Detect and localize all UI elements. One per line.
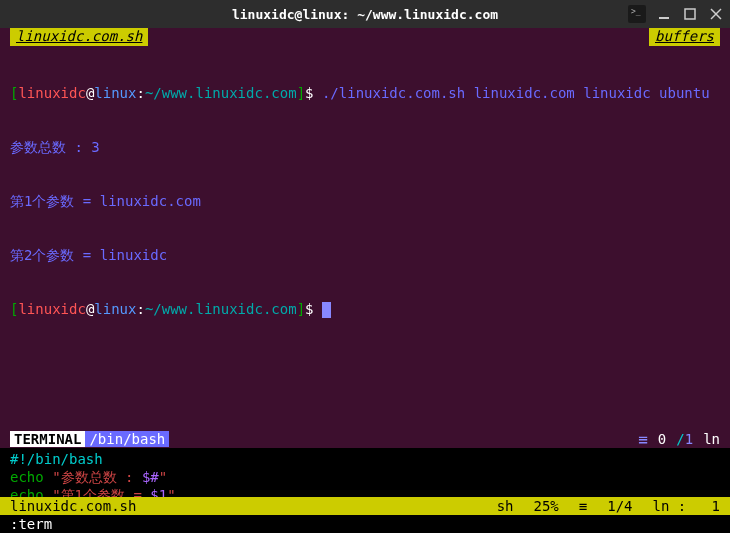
window-title: linuxidc@linux: ~/www.linuxidc.com	[232, 7, 498, 22]
terminal-mode-label: TERMINAL	[10, 431, 85, 447]
titlebar: linuxidc@linux: ~/www.linuxidc.com	[0, 0, 730, 28]
status-ratio: 1/4	[607, 498, 632, 514]
tab-bar: linuxidc.com.sh buffers	[0, 28, 730, 46]
status-line-num: 1	[712, 498, 720, 514]
terminal-output-2: 第1个参数 = linuxidc.com	[10, 192, 720, 210]
tab-buffers[interactable]: buffers	[649, 28, 720, 46]
editor-line-shebang: #!/bin/bash	[10, 450, 720, 468]
maximize-icon[interactable]	[682, 6, 698, 22]
shell-path: /bin/bash	[85, 431, 169, 447]
command-text: :term	[10, 516, 52, 532]
command-line[interactable]: :term	[0, 515, 730, 533]
status-bar: linuxidc.com.sh sh 25% ≡ 1/4 ln : 1	[0, 497, 730, 515]
close-icon[interactable]	[708, 6, 724, 22]
hamburger-icon: ≡	[638, 430, 648, 449]
cursor	[322, 302, 331, 318]
terminal-output-pane[interactable]: [linuxidc@linux:~/www.linuxidc.com]$ ./l…	[0, 46, 730, 338]
terminal-line-cmd: [linuxidc@linux:~/www.linuxidc.com]$ ./l…	[10, 84, 720, 102]
window-controls	[628, 5, 724, 23]
tab-file[interactable]: linuxidc.com.sh	[10, 28, 148, 46]
status-filename: linuxidc.com.sh	[10, 498, 136, 514]
pane-divider: TERMINAL /bin/bash ≡ 0 /1 ln	[0, 430, 730, 448]
svg-rect-1	[685, 9, 695, 19]
terminal-output-1: 参数总数 : 3	[10, 138, 720, 156]
divider-info: ≡ 0 /1 ln	[638, 430, 720, 449]
pos-current: 0	[658, 431, 666, 447]
minimize-icon[interactable]	[656, 6, 672, 22]
status-percent: 25%	[534, 498, 559, 514]
ln-label: ln	[703, 431, 720, 447]
terminal-icon	[628, 5, 646, 23]
terminal-line-prompt: [linuxidc@linux:~/www.linuxidc.com]$	[10, 300, 720, 318]
editor-line-1: echo "参数总数 : $#"	[10, 468, 720, 486]
status-filetype: sh	[497, 498, 514, 514]
terminal-output-3: 第2个参数 = linuxidc	[10, 246, 720, 264]
